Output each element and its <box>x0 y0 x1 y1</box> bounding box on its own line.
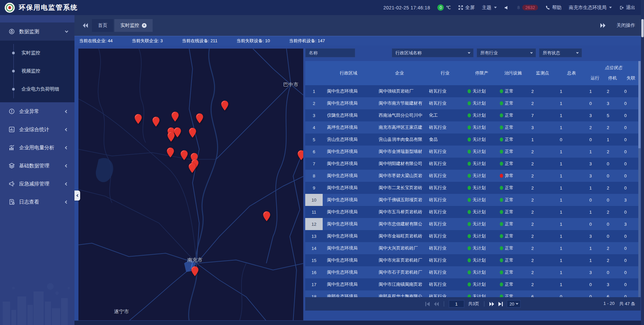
table-row-10[interactable]: 10阆中生态环境局阆中千佛镇五郎垭页岩砖瓦行业无计划正常21003 <box>305 194 641 206</box>
cell-offline: 0 <box>621 158 641 170</box>
table-row-14[interactable]: 14阆中生态环境局阆中大兴页岩机砖厂砖瓦行业无计划正常21120 <box>305 242 641 254</box>
table-scrollbar[interactable] <box>638 61 641 297</box>
cell-offline: 3 <box>621 218 641 230</box>
cell-facility-status: 正常 <box>498 278 528 290</box>
table-row-1[interactable]: 1阆中生态环境局阆中强锐页岩砖厂砖瓦行业无计划正常21120 <box>305 85 641 97</box>
map-pin-4[interactable] <box>196 113 203 123</box>
cell-facility-status: 正常 <box>498 85 528 97</box>
sidebar-subitem[interactable]: 企业电力负荷明细 <box>0 80 74 98</box>
table-row-4[interactable]: 4高坪生态环境局南充市高坪区王家店建砖瓦行业无计划正常31220 <box>305 121 641 133</box>
name-filter-input[interactable] <box>305 48 355 57</box>
table-row-16[interactable]: 16阆中生态环境局阆中市石子页岩机砖厂砖瓦行业无计划正常21300 <box>305 266 641 278</box>
table-row-6[interactable]: 6阆中生态环境局阆中市金博瑞新型墙材砖瓦行业无计划正常21120 <box>305 146 641 158</box>
sidebar-item-4[interactable]: 企业用电量分析 <box>0 139 74 157</box>
tab-首页[interactable]: 首页 <box>92 19 113 32</box>
map-pin-14[interactable] <box>189 163 196 173</box>
cell-running: 0 <box>586 97 604 109</box>
cell-offline: 0 <box>621 230 641 242</box>
sidebar-item-label: 企业用电量分析 <box>19 145 61 151</box>
cell-company: 阆中市忠信建材有限公 <box>374 218 425 230</box>
cell-row-number: 7 <box>305 158 323 170</box>
page-number-input[interactable] <box>449 300 464 308</box>
mute-button[interactable] <box>504 5 509 10</box>
sidebar-item-6[interactable]: 应急减排管理 <box>0 175 74 193</box>
stats-bar: 当前在线企业: 44当前失联企业: 3当前在线设备: 211当前失联设备: 10… <box>74 36 644 45</box>
map-pin-10[interactable] <box>167 148 174 158</box>
sidebar-item-3[interactable]: 企业综合统计 <box>0 120 74 139</box>
sidebar-item-7[interactable]: 日志查看 <box>0 193 74 211</box>
notification-badge[interactable]: 2632 <box>516 5 538 10</box>
sidebar-item-5[interactable]: 基础数据管理 <box>0 157 74 175</box>
cell-stopped: 1 <box>604 133 621 146</box>
close-operations-button[interactable]: 关闭操作 <box>616 22 635 29</box>
previous-page-button[interactable] <box>434 302 439 306</box>
table-row-9[interactable]: 9阆中生态环境局阆中市二龙长宝页岩砖砖瓦行业无计划正常21120 <box>305 182 641 194</box>
map-pin-15[interactable] <box>298 150 304 160</box>
table-row-15[interactable]: 15阆中生态环境局阆中市光富页岩机砖厂砖瓦行业无计划正常21120 <box>305 254 641 266</box>
cell-row-number: 2 <box>305 97 323 109</box>
cell-monitor-points: 1 <box>528 133 557 146</box>
table-row-5[interactable]: 5营山生态环境局营山县润丰肉食品有限食品无计划正常10010 <box>305 133 641 146</box>
map-pin-17[interactable] <box>191 266 199 276</box>
industry-filter-select[interactable]: 所有行业 <box>477 48 536 57</box>
sidebar-collapse-button[interactable] <box>74 191 80 201</box>
chevron-down-icon <box>65 30 68 33</box>
sidebar-item-1[interactable]: 数据监测 <box>0 22 74 41</box>
page-scrollbar[interactable] <box>641 0 644 325</box>
temperature: 0 ℃ <box>437 4 451 11</box>
region-filter-select[interactable]: 行政区域名称 <box>392 48 474 57</box>
cell-monitor-points: 2 <box>528 254 557 266</box>
map-pin-2[interactable] <box>152 117 160 127</box>
sidebar-item-2[interactable]: 企业异常 <box>0 102 74 120</box>
table-row-11[interactable]: 11阆中生态环境局阆中市五马桥页岩机砖砖瓦行业无计划正常21120 <box>305 206 641 218</box>
map-pin-3[interactable] <box>171 112 179 122</box>
cell-stopped: 2 <box>604 121 621 133</box>
theme-menu[interactable]: 主题 <box>482 5 497 11</box>
stat-item: 当前在线企业: 44 <box>79 38 113 44</box>
map-pin-11[interactable] <box>180 150 188 160</box>
logout-button[interactable]: 退出 <box>619 5 635 11</box>
cell-region: 南部生态环境局 <box>323 290 374 297</box>
map-pin-1[interactable] <box>135 114 142 124</box>
first-page-button[interactable] <box>425 302 430 306</box>
help-button[interactable]: 帮助 <box>545 5 561 11</box>
table-row-3[interactable]: 3仪陇生态环境局西南油气田分公司川中化工无计划正常71350 <box>305 109 641 121</box>
cell-region: 阆中生态环境局 <box>323 278 374 290</box>
tab-实时监控[interactable]: 实时监控× <box>114 19 153 32</box>
map-pin-7[interactable] <box>174 127 181 138</box>
name-input[interactable] <box>309 50 352 55</box>
table-row-18[interactable]: 18南部生态环境局南部县双华土陶有限公砖瓦行业无计划正常60060 <box>305 290 641 297</box>
status-filter-select[interactable]: 所有状态 <box>539 48 582 57</box>
cell-region: 阆中生态环境局 <box>323 218 374 230</box>
cell-stopped: 5 <box>604 109 621 121</box>
table-row-2[interactable]: 2阆中生态环境局阆中市南方节能建材有砖瓦行业无计划正常21030 <box>305 97 641 109</box>
map-pin-8[interactable] <box>167 132 175 142</box>
last-page-button[interactable] <box>498 302 503 306</box>
table-row-17[interactable]: 17阆中生态环境局阆中市江南镇阆南页岩砖瓦行业无计划正常21030 <box>305 278 641 290</box>
tabs-scroll-left-button[interactable] <box>80 19 91 32</box>
total-label: 共 47 条 <box>619 301 635 307</box>
page-size-select[interactable]: 20 <box>507 300 521 308</box>
fullscreen-button[interactable]: 全屏 <box>458 5 475 11</box>
cell-total-meters: 1 <box>557 146 586 158</box>
map-pin-16[interactable] <box>263 211 270 221</box>
cell-offline: 0 <box>621 109 641 121</box>
map-pin-9[interactable] <box>189 128 196 138</box>
table-row-13[interactable]: 13阆中生态环境局阆中市金福旺页岩机砖砖瓦行业无计划正常21300 <box>305 230 641 242</box>
cell-region: 高坪生态环境局 <box>323 121 374 133</box>
table-row-8[interactable]: 8阆中生态环境局阆中市枣碧大梁山页岩砖瓦行业无计划异常21300 <box>305 170 641 182</box>
close-icon[interactable]: × <box>142 23 147 28</box>
table-row-7[interactable]: 7阆中生态环境局阆中明阳建材有限公司砖瓦行业无计划正常21300 <box>305 158 641 170</box>
divider <box>444 301 444 307</box>
next-page-button[interactable] <box>489 302 494 306</box>
top-header: 环保用电监管系统 2021-02-25 17:46:18 0 ℃ 全屏 主题 <box>0 0 644 15</box>
org-menu[interactable]: 南充市生态环境局 <box>569 5 612 11</box>
sidebar-subitem[interactable]: 视频监控 <box>0 62 74 80</box>
map-pin-5[interactable] <box>221 101 228 111</box>
status-dot-icon <box>468 186 471 190</box>
sidebar-subitem[interactable]: 实时监控 <box>0 44 74 62</box>
table-row-12[interactable]: 12阆中生态环境局阆中市忠信建材有限公砖瓦行业无计划正常21003 <box>305 218 641 230</box>
tabs-scroll-right-button[interactable] <box>598 19 608 32</box>
cell-facility-status: 正常 <box>498 121 528 133</box>
map-panel[interactable]: 巴中市南充市遂宁市 <box>78 48 304 321</box>
